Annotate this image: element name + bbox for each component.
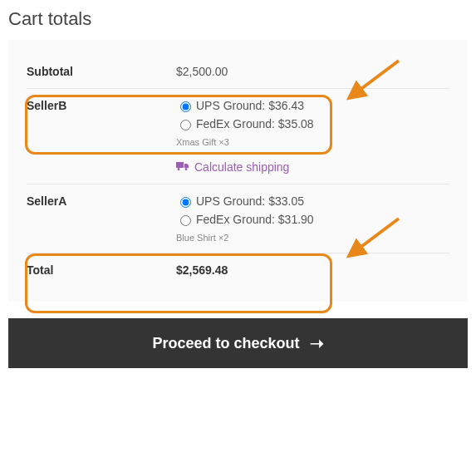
seller-name: SellerB: [27, 99, 176, 174]
item-note: Xmas Gift ×3: [176, 137, 449, 147]
shipping-option-label: FedEx Ground: $31.90: [196, 213, 314, 226]
seller-row: SellerB UPS Ground: $36.43 FedEx Ground:…: [27, 88, 449, 184]
subtotal-label: Subtotal: [27, 65, 176, 78]
shipping-option-label: UPS Ground: $36.43: [196, 99, 304, 112]
shipping-option[interactable]: FedEx Ground: $31.90: [176, 213, 449, 226]
shipping-option-label: UPS Ground: $33.05: [196, 194, 304, 208]
calculate-shipping-link[interactable]: Calculate shipping: [176, 160, 289, 174]
shipping-option[interactable]: FedEx Ground: $35.08: [176, 117, 449, 130]
seller-name: SellerA: [27, 194, 176, 243]
seller-row: SellerA UPS Ground: $33.05 FedEx Ground:…: [27, 184, 449, 253]
total-label: Total: [27, 263, 176, 277]
shipping-radio[interactable]: [180, 215, 191, 226]
shipping-option[interactable]: UPS Ground: $33.05: [176, 194, 449, 208]
shipping-radio[interactable]: [180, 101, 191, 112]
cart-totals-table: Subtotal $2,500.00 SellerB UPS Ground: $…: [8, 40, 468, 302]
checkout-label: Proceed to checkout: [152, 335, 299, 352]
arrow-right-icon: ➝: [310, 333, 324, 353]
subtotal-value: $2,500.00: [176, 65, 449, 78]
page-title: Cart totals: [8, 8, 468, 30]
total-row: Total $2,569.48: [27, 253, 449, 287]
item-note: Blue Shirt ×2: [176, 233, 449, 243]
truck-icon: [176, 160, 189, 174]
shipping-option-label: FedEx Ground: $35.08: [196, 117, 314, 130]
shipping-radio[interactable]: [180, 120, 191, 130]
total-value: $2,569.48: [176, 263, 449, 277]
shipping-radio[interactable]: [180, 197, 191, 208]
subtotal-row: Subtotal $2,500.00: [27, 55, 449, 88]
shipping-option[interactable]: UPS Ground: $36.43: [176, 99, 449, 112]
calculate-shipping-label: Calculate shipping: [194, 160, 289, 174]
proceed-to-checkout-button[interactable]: Proceed to checkout ➝: [8, 318, 468, 368]
